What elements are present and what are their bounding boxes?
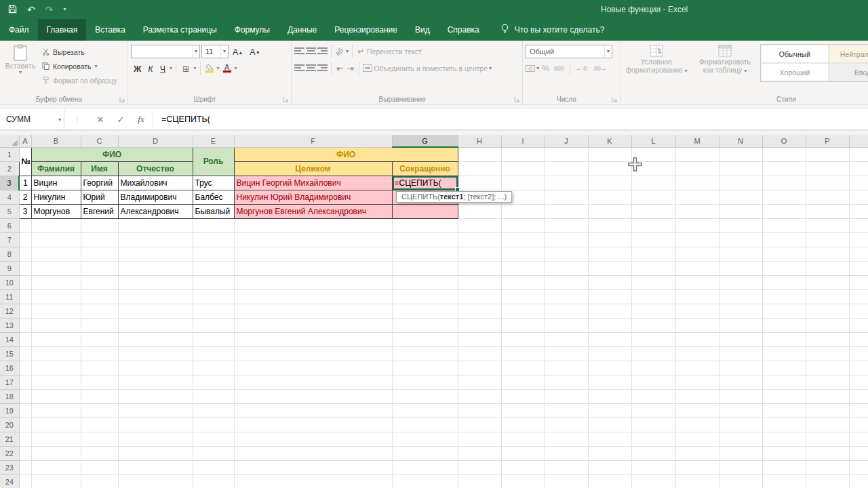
cell[interactable] (19, 346, 31, 361)
cell[interactable] (588, 161, 631, 176)
cell[interactable] (501, 318, 545, 332)
cell-col-lastname[interactable]: Фамилия (31, 161, 81, 176)
currency-dropdown-icon[interactable]: ▾ (536, 66, 539, 71)
cell[interactable] (31, 289, 81, 304)
alignment-dialog-launcher-icon[interactable] (514, 96, 520, 102)
underline-dropdown-icon[interactable]: ▾ (170, 66, 172, 71)
cell[interactable] (193, 474, 234, 488)
cell[interactable] (806, 403, 849, 418)
cell[interactable] (392, 346, 458, 361)
cell-full-name[interactable]: Моргунов Евгений Александрович (234, 204, 392, 218)
cell[interactable] (806, 446, 849, 460)
cell[interactable] (392, 460, 458, 474)
row-header-22[interactable]: 22 (0, 446, 19, 460)
cell[interactable] (806, 218, 849, 232)
row-header-10[interactable]: 10 (0, 275, 19, 289)
cell[interactable] (501, 418, 545, 432)
cell[interactable] (81, 446, 118, 460)
cell[interactable] (458, 161, 501, 176)
cell[interactable] (193, 346, 234, 361)
cell[interactable] (118, 275, 193, 289)
cell[interactable] (762, 204, 806, 218)
cell[interactable] (81, 460, 118, 474)
copy-button[interactable]: Копировать ▾ (42, 60, 117, 72)
cell[interactable] (458, 346, 501, 361)
cell[interactable] (501, 147, 545, 161)
cell[interactable] (31, 247, 81, 261)
column-header-O[interactable]: O (762, 135, 806, 147)
active-cell-formula[interactable]: =СЦЕПИТЬ( (392, 176, 458, 190)
cell[interactable] (849, 190, 868, 204)
cell[interactable] (392, 232, 458, 247)
cell[interactable] (719, 474, 762, 488)
cell[interactable] (234, 474, 392, 488)
cell[interactable] (501, 204, 545, 218)
cell[interactable] (806, 261, 849, 275)
cell[interactable] (849, 389, 868, 403)
cell[interactable] (81, 275, 118, 289)
row-header-18[interactable]: 18 (0, 389, 19, 403)
cell[interactable] (849, 218, 868, 232)
cell[interactable] (762, 161, 806, 176)
align-left-icon[interactable] (294, 64, 304, 72)
cell[interactable] (501, 446, 545, 460)
cell[interactable] (193, 275, 234, 289)
cell[interactable] (675, 318, 719, 332)
cell[interactable] (806, 176, 849, 190)
tab-review[interactable]: Рецензирование (326, 19, 406, 41)
cell[interactable] (193, 432, 234, 446)
cell[interactable] (501, 403, 545, 418)
name-box-dropdown-icon[interactable]: ▾ (58, 117, 61, 123)
fill-color-icon[interactable] (204, 64, 216, 73)
cell[interactable] (806, 204, 849, 218)
tab-formulas[interactable]: Формулы (226, 19, 279, 41)
cell-col-full[interactable]: Целиком (234, 161, 392, 176)
cell[interactable] (849, 418, 868, 432)
cell[interactable] (762, 275, 806, 289)
increase-indent-icon[interactable]: ⇥ (346, 64, 355, 73)
name-box-splitter[interactable]: ⋮ (64, 109, 90, 129)
cell[interactable] (719, 332, 762, 346)
cell[interactable] (675, 261, 719, 275)
cell[interactable] (81, 289, 118, 304)
style-tile-neutral[interactable]: Нейтральный (829, 45, 868, 63)
cell[interactable] (118, 446, 193, 460)
cell[interactable] (675, 403, 719, 418)
row-header-24[interactable]: 24 (0, 474, 19, 488)
font-size-dropdown-icon[interactable]: ▾ (220, 45, 228, 58)
cell[interactable] (588, 403, 631, 418)
cell[interactable] (193, 361, 234, 375)
clipboard-dialog-launcher-icon[interactable] (119, 96, 125, 102)
cell-number-header[interactable]: № (19, 147, 31, 176)
cell[interactable] (849, 460, 868, 474)
column-header-P[interactable]: P (806, 135, 849, 147)
cell[interactable] (762, 375, 806, 389)
cell[interactable] (675, 361, 719, 375)
align-bottom-icon[interactable] (317, 47, 328, 55)
column-header-I[interactable]: I (501, 135, 545, 147)
cell[interactable] (849, 432, 868, 446)
cell[interactable] (118, 289, 193, 304)
cell[interactable] (806, 147, 849, 161)
cell[interactable] (31, 304, 81, 318)
cell[interactable] (458, 474, 501, 488)
cell[interactable] (719, 218, 762, 232)
cell[interactable] (719, 232, 762, 247)
row-header-13[interactable]: 13 (0, 318, 19, 332)
cell[interactable] (234, 375, 392, 389)
cell[interactable] (392, 318, 458, 332)
cell[interactable] (501, 289, 545, 304)
cell[interactable] (545, 389, 588, 403)
tab-view[interactable]: Вид (406, 19, 439, 41)
tell-me-box[interactable]: Что вы хотите сделать? (500, 19, 605, 41)
cell[interactable] (719, 403, 762, 418)
cell[interactable] (501, 232, 545, 247)
bold-button[interactable]: Ж (131, 61, 144, 75)
cell[interactable] (501, 247, 545, 261)
cell[interactable] (588, 304, 631, 318)
cancel-entry-icon[interactable]: ✕ (90, 109, 111, 129)
cell[interactable] (806, 190, 849, 204)
cell[interactable] (458, 261, 501, 275)
cell[interactable] (631, 247, 675, 261)
cell[interactable] (501, 474, 545, 488)
